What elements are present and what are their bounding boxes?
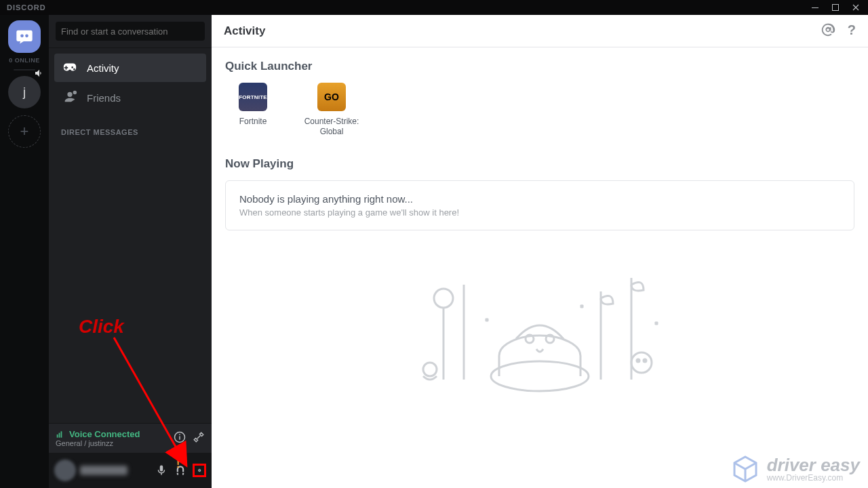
- server-initial: j: [23, 85, 26, 100]
- user-settings-button[interactable]: [193, 464, 206, 477]
- online-count-label: 0 ONLINE: [9, 57, 40, 64]
- tab-activity-label: Activity: [87, 62, 119, 74]
- titlebar: DISCORD: [0, 0, 868, 15]
- svg-point-12: [434, 289, 453, 308]
- svg-rect-0: [812, 7, 818, 8]
- game-card[interactable]: FORTNITE Fortnite: [225, 83, 281, 137]
- game-card[interactable]: GO Counter-Strike: Global: [304, 83, 359, 137]
- svg-rect-7: [179, 434, 180, 435]
- svg-rect-1: [833, 5, 839, 11]
- svg-point-8: [491, 361, 589, 391]
- svg-point-16: [631, 352, 652, 373]
- empty-title: Nobody is playing anything right now...: [239, 193, 840, 205]
- svg-rect-4: [61, 431, 62, 437]
- speaker-icon: [34, 68, 45, 79]
- game-icon-csgo: GO: [317, 83, 346, 111]
- svg-point-19: [423, 363, 437, 376]
- server-avatar[interactable]: j: [8, 76, 41, 108]
- svg-point-18: [644, 359, 646, 362]
- voice-channel-label: General / justinzz: [56, 439, 140, 447]
- svg-rect-2: [57, 434, 58, 438]
- now-playing-title: Now Playing: [225, 157, 854, 171]
- quick-launcher-title: Quick Launcher: [225, 60, 854, 73]
- watermark-brand: driver easy: [767, 456, 860, 474]
- window-close-button[interactable]: [846, 0, 865, 15]
- deafen-button[interactable]: !: [174, 464, 187, 477]
- window-maximize-button[interactable]: [826, 0, 845, 15]
- svg-rect-3: [59, 432, 60, 437]
- guild-rail: 0 ONLINE j +: [0, 15, 49, 488]
- info-icon[interactable]: [174, 431, 186, 446]
- tab-friends-label: Friends: [87, 92, 121, 104]
- dm-section-header: DIRECT MESSAGES: [49, 119, 212, 140]
- tab-friends[interactable]: Friends: [54, 83, 206, 112]
- window-minimize-button[interactable]: [806, 0, 825, 15]
- voice-status-label: Voice Connected: [69, 429, 140, 439]
- page-title: Activity: [224, 24, 265, 38]
- search-input[interactable]: [56, 22, 205, 41]
- user-footer: !: [49, 453, 212, 488]
- main-header: Activity ?: [212, 15, 868, 47]
- app-name: DISCORD: [3, 3, 46, 12]
- dm-column: Activity Friends DIRECT MESSAGES Voice C…: [49, 15, 212, 488]
- game-label: Fortnite: [239, 117, 267, 127]
- tab-activity[interactable]: Activity: [54, 54, 206, 82]
- user-avatar[interactable]: [54, 460, 76, 481]
- home-button[interactable]: [8, 20, 41, 53]
- placeholder-illustration: [225, 258, 854, 400]
- now-playing-empty: Nobody is playing anything right now... …: [225, 180, 854, 230]
- friends-icon: [62, 89, 77, 106]
- game-label: Counter-Strike: Global: [304, 117, 359, 137]
- gamepad-icon: [62, 60, 77, 77]
- guild-separator: [14, 69, 35, 70]
- help-icon[interactable]: ?: [848, 22, 856, 40]
- disconnect-icon[interactable]: [193, 431, 205, 446]
- mentions-icon[interactable]: [821, 22, 835, 40]
- annotation-click-label: Click: [79, 316, 124, 338]
- voice-panel: Voice Connected General / justinzz: [49, 423, 212, 453]
- watermark: driver easy www.DriverEasy.com: [730, 454, 860, 484]
- username-label: [80, 466, 127, 475]
- main-content: Activity ? Quick Launcher FORTNITE Fortn…: [212, 15, 868, 488]
- game-icon-fortnite: FORTNITE: [239, 83, 267, 111]
- empty-subtitle: When someone starts playing a game we'll…: [239, 207, 840, 218]
- mute-mic-button[interactable]: [155, 464, 168, 477]
- quick-launcher-row: FORTNITE Fortnite GO Counter-Strike: Glo…: [225, 83, 854, 137]
- watermark-url: www.DriverEasy.com: [767, 474, 860, 482]
- add-server-button[interactable]: +: [8, 115, 41, 148]
- notification-badge-icon: !: [176, 458, 180, 470]
- svg-point-17: [637, 359, 639, 362]
- svg-rect-6: [179, 436, 180, 439]
- voice-status: Voice Connected: [56, 429, 140, 439]
